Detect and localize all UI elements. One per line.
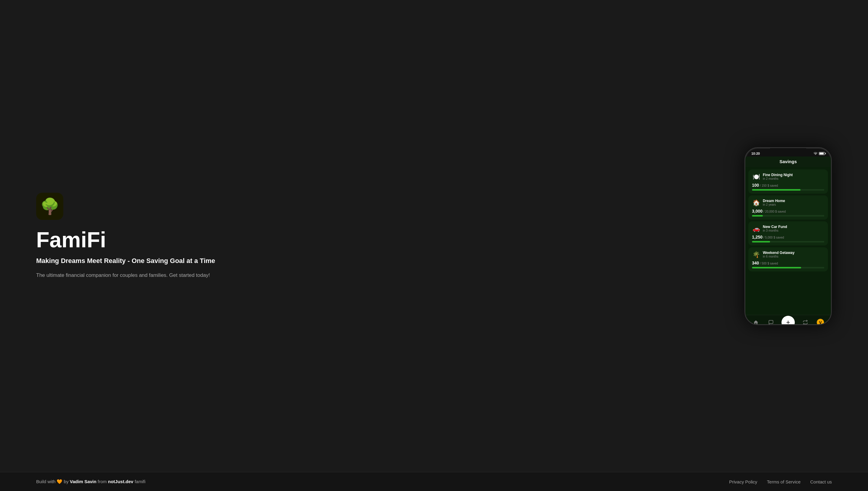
saving-icon-1: 🍽️: [752, 173, 761, 181]
nav-home-icon[interactable]: [751, 318, 761, 325]
progress-bar-fill-2: [752, 215, 763, 216]
author-name: Vadim Savin: [70, 479, 96, 484]
heart-icon: 🧡: [57, 479, 62, 484]
saving-card-4[interactable]: 🌴 Weekend Getaway in 6 months 340 / 500 …: [748, 247, 828, 271]
footer-right: Privacy PolicyTerms of ServiceContact us: [729, 479, 832, 484]
status-right: [813, 152, 825, 155]
saving-card-2[interactable]: 🏠 Dream Home in 2 years 3,000 / 20,000 $…: [748, 196, 828, 220]
progress-bar-fill-3: [752, 241, 770, 242]
footer-link-contact[interactable]: Contact us: [810, 479, 832, 484]
nav-transfer-icon[interactable]: [801, 318, 810, 325]
phone-bottom-nav: + V: [745, 315, 831, 325]
right-section: 10:20: [744, 147, 832, 325]
saving-card-1[interactable]: 🍽️ Fine Dining Night in 2 months 100 / 1…: [748, 170, 828, 194]
progress-bar-fill-4: [752, 267, 801, 268]
saving-icon-2: 🏠: [752, 198, 761, 207]
progress-bar-bg-4: [752, 267, 824, 268]
saving-current-3: 1,250: [752, 235, 763, 239]
from-text: from: [98, 479, 107, 484]
saving-timeline-1: in 2 months: [763, 177, 824, 180]
saving-name-1: Fine Dining Night: [763, 173, 824, 177]
progress-bar-bg-3: [752, 241, 824, 242]
battery-icon: [819, 152, 825, 155]
saving-total-2: / 20,000 $ saved: [764, 210, 786, 213]
app-description: The ultimate financial companion for cou…: [36, 271, 217, 279]
build-prefix: Build with: [36, 479, 56, 484]
saving-info-3: New Car Fund in 3 months: [763, 225, 824, 232]
saving-name-2: Dream Home: [763, 199, 824, 203]
saving-icon-4: 🌴: [752, 250, 761, 259]
footer-left: Build with 🧡 by Vadim Savin from notJust…: [36, 479, 145, 484]
saving-card-header: 🌴 Weekend Getaway in 6 months: [752, 250, 824, 259]
saving-current-2: 3,000: [752, 209, 763, 213]
saving-progress-row-3: 1,250 / 5,000 $ saved: [752, 235, 824, 239]
progress-bar-bg-1: [752, 189, 824, 191]
saving-card-header: 🏠 Dream Home in 2 years: [752, 198, 824, 207]
saving-card-header: 🚗 New Car Fund in 3 months: [752, 224, 824, 233]
saving-timeline-3: in 3 months: [763, 229, 824, 232]
saving-name-3: New Car Fund: [763, 225, 824, 229]
saving-timeline-2: in 2 years: [763, 203, 824, 206]
footer: Build with 🧡 by Vadim Savin from notJust…: [0, 472, 868, 491]
saving-card-header: 🍽️ Fine Dining Night in 2 months: [752, 173, 824, 181]
phone-screen: 🍽️ Fine Dining Night in 2 months 100 / 1…: [745, 167, 831, 315]
saving-info-1: Fine Dining Night in 2 months: [763, 173, 824, 180]
left-section: 🌳 FamiFi Making Dreams Meet Reality - On…: [36, 193, 217, 279]
app-suffix: famifi: [135, 479, 146, 484]
build-mid: by: [64, 479, 69, 484]
status-time: 10:20: [751, 152, 760, 155]
progress-bar-bg-2: [752, 215, 824, 216]
footer-link-privacy[interactable]: Privacy Policy: [729, 479, 757, 484]
app-name: FamiFi: [36, 229, 217, 251]
app-tagline: Making Dreams Meet Reality - One Saving …: [36, 257, 217, 265]
progress-bar-fill-1: [752, 189, 801, 191]
screen-title: Savings: [750, 159, 826, 164]
saving-info-4: Weekend Getaway in 6 months: [763, 251, 824, 258]
saving-current-1: 100: [752, 183, 759, 187]
saving-total-4: / 500 $ saved: [760, 262, 778, 265]
phone-notch: [770, 148, 806, 156]
saving-info-2: Dream Home in 2 years: [763, 199, 824, 206]
saving-name-4: Weekend Getaway: [763, 251, 824, 255]
saving-progress-row-4: 340 / 500 $ saved: [752, 261, 824, 265]
saving-current-4: 340: [752, 261, 759, 265]
wifi-icon: [813, 152, 818, 155]
saving-card-3[interactable]: 🚗 New Car Fund in 3 months 1,250 / 5,000…: [748, 221, 828, 246]
saving-timeline-4: in 6 months: [763, 255, 824, 258]
nav-add-button[interactable]: +: [781, 316, 795, 325]
saving-progress-row-1: 100 / 150 $ saved: [752, 183, 824, 187]
nav-chat-icon[interactable]: [767, 318, 775, 325]
nav-avatar-icon[interactable]: V: [816, 318, 825, 325]
saving-total-3: / 5,000 $ saved: [764, 236, 784, 239]
saving-icon-3: 🚗: [752, 224, 761, 233]
app-icon: 🌳: [36, 193, 63, 220]
main-content: 🌳 FamiFi Making Dreams Meet Reality - On…: [0, 0, 868, 472]
phone-screen-header: Savings: [745, 156, 831, 167]
saving-progress-row-2: 3,000 / 20,000 $ saved: [752, 209, 824, 213]
app-icon-emoji: 🌳: [40, 198, 60, 214]
savings-list: 🍽️ Fine Dining Night in 2 months 100 / 1…: [745, 167, 831, 274]
company-name: notJust.dev: [108, 479, 133, 484]
footer-link-terms[interactable]: Terms of Service: [767, 479, 801, 484]
saving-total-1: / 150 $ saved: [760, 184, 778, 187]
phone-mockup: 10:20: [744, 147, 832, 325]
